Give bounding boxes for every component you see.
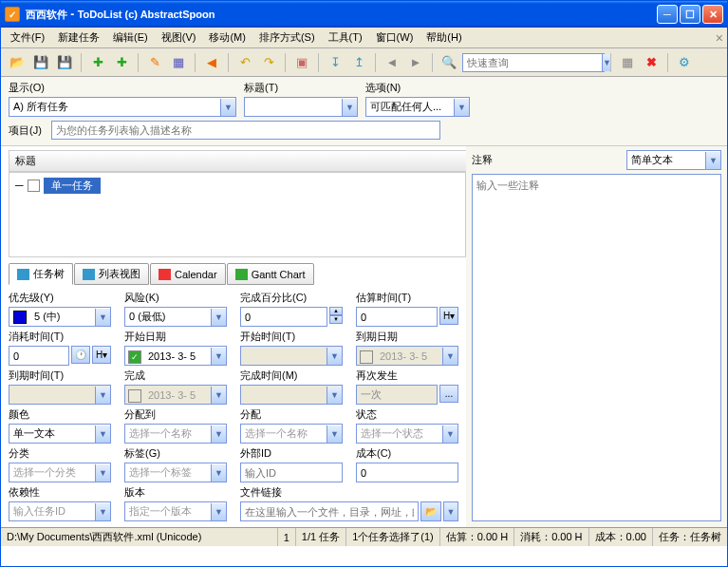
notes-label: 注释	[472, 153, 493, 167]
tab-calendar[interactable]: Calendar	[150, 263, 226, 285]
tree-icon	[17, 269, 29, 280]
color-combo[interactable]: 单一文本▼	[9, 424, 111, 444]
quick-search-input[interactable]	[463, 57, 602, 68]
status-view: 任务：任务树	[652, 528, 727, 546]
expand-icon[interactable]: ─	[15, 179, 24, 192]
donedate-picker[interactable]: 2013- 3- 5▼	[124, 385, 227, 405]
title-bar: ✓ 西西软件 - ToDoList (c) AbstractSpoon ─ ☐ …	[1, 1, 727, 28]
timer-button[interactable]: 🕐	[71, 346, 90, 364]
category-label: 分类	[9, 446, 111, 461]
assignto-label: 分配到	[124, 407, 227, 422]
next-button[interactable]: ►	[405, 52, 426, 73]
percent-input[interactable]	[240, 307, 327, 327]
saveall-button[interactable]: 💾	[54, 52, 75, 73]
moveup-button[interactable]: ↥	[348, 52, 369, 73]
menu-sort[interactable]: 排序方式(S)	[253, 28, 321, 47]
filelink-dropdown[interactable]: ▼	[443, 501, 458, 521]
project-name-input[interactable]	[51, 121, 440, 140]
notes-textarea[interactable]	[472, 174, 721, 521]
add-subtask-button[interactable]: ✚	[111, 52, 132, 73]
extid-input[interactable]	[240, 463, 343, 482]
column-header-title[interactable]: 标题	[9, 150, 466, 172]
menu-file[interactable]: 文件(F)	[5, 28, 50, 47]
duedate-label: 到期日期	[356, 330, 458, 344]
recur-input[interactable]	[356, 385, 438, 405]
open-button[interactable]: 📂	[7, 52, 28, 73]
menu-edit[interactable]: 编辑(E)	[107, 28, 154, 47]
save-button[interactable]: 💾	[30, 52, 51, 73]
maximize-button[interactable]: ☐	[680, 5, 700, 24]
minimize-button[interactable]: ─	[657, 5, 678, 24]
redo-button[interactable]: ↷	[258, 52, 279, 73]
add-task-button[interactable]: ✚	[87, 52, 108, 73]
options-combo[interactable]: 可匹配任何人... ▼	[365, 97, 470, 117]
outdent-button[interactable]: ▣	[291, 52, 312, 73]
risk-combo[interactable]: 0 (最低)▼	[124, 307, 227, 327]
assign-combo[interactable]: 选择一个名称▼	[240, 424, 343, 444]
delete-button[interactable]: ✖	[641, 52, 662, 73]
risk-label: 风险(K)	[124, 291, 227, 305]
est-input[interactable]	[356, 307, 438, 327]
donetime-combo[interactable]: ▼	[240, 385, 343, 405]
menu-view[interactable]: 视图(V)	[156, 28, 202, 47]
priority-label: 优先级(Y)	[9, 291, 111, 305]
tags-label: 标签(G)	[124, 446, 227, 461]
browse-button[interactable]: 📂	[420, 501, 441, 521]
recur-more-button[interactable]: ...	[439, 385, 458, 403]
tags-combo[interactable]: 选择一个标签▼	[124, 463, 227, 482]
menu-move[interactable]: 移动(M)	[203, 28, 252, 47]
est-unit-button[interactable]: H▾	[439, 307, 458, 325]
mdi-close-icon[interactable]: ×	[716, 30, 723, 46]
movedown-button[interactable]: ↧	[325, 52, 345, 73]
starttime-combo[interactable]: ▼	[240, 346, 343, 366]
prev-button[interactable]: ◄	[382, 52, 402, 73]
task-row[interactable]: ─ 单一任务	[11, 177, 463, 194]
spent-input[interactable]	[9, 346, 69, 366]
display-combo[interactable]: A) 所有任务 ▼	[9, 97, 236, 117]
spinner-down[interactable]: ▼	[329, 315, 343, 324]
assign-label: 分配	[240, 407, 343, 422]
menu-help[interactable]: 帮助(H)	[420, 28, 467, 47]
chevron-down-icon[interactable]: ▼	[220, 99, 235, 116]
title-filter-combo[interactable]: ▼	[244, 97, 358, 117]
spinner-up[interactable]: ▲	[329, 307, 343, 315]
depend-combo[interactable]: 输入任务ID▼	[9, 501, 111, 521]
task-title[interactable]: 单一任务	[44, 178, 101, 194]
chevron-down-icon[interactable]: ▼	[454, 99, 469, 116]
quick-search-box[interactable]: ▼	[462, 53, 605, 72]
flag-button[interactable]: ◀	[201, 52, 222, 73]
priority-combo[interactable]: 5 (中)▼	[9, 307, 111, 327]
startdate-picker[interactable]: ✓2013- 3- 5▼	[124, 346, 227, 366]
duetime-combo[interactable]: ▼	[9, 385, 111, 405]
version-combo[interactable]: 指定一个版本▼	[124, 501, 227, 521]
tab-task-tree[interactable]: 任务树	[9, 263, 73, 285]
task-checkbox[interactable]	[28, 180, 40, 192]
recur-label: 再次发生	[356, 369, 458, 383]
task-list[interactable]: ─ 单一任务	[9, 172, 466, 257]
filelink-label: 文件链接	[240, 485, 458, 500]
tab-list-view[interactable]: 列表视图	[74, 263, 149, 285]
filelink-input[interactable]	[240, 501, 419, 521]
assignto-combo[interactable]: 选择一个名称▼	[124, 424, 227, 444]
undo-button[interactable]: ↶	[234, 52, 255, 73]
category-combo[interactable]: 选择一个分类▼	[9, 463, 111, 482]
close-button[interactable]: ✕	[702, 5, 723, 24]
chevron-down-icon[interactable]: ▼	[342, 99, 357, 116]
percent-label: 完成百分比(C)	[240, 291, 343, 305]
notes-type-combo[interactable]: 简单文本▼	[626, 150, 721, 170]
menu-tools[interactable]: 工具(T)	[323, 28, 368, 47]
settings-button[interactable]: ⚙	[674, 52, 695, 73]
duedate-picker[interactable]: 2013- 3- 5▼	[356, 346, 458, 366]
version-label: 版本	[124, 485, 227, 500]
tab-gantt[interactable]: Gantt Chart	[227, 263, 314, 285]
properties-button[interactable]: ▦	[168, 52, 189, 73]
cost-input[interactable]	[356, 463, 458, 482]
menu-newtask[interactable]: 新建任务	[52, 28, 105, 47]
filter-button[interactable]: ▦	[617, 52, 638, 73]
find-button[interactable]: 🔍	[439, 52, 459, 73]
edit-button[interactable]: ✎	[144, 52, 165, 73]
spent-unit-button[interactable]: H▾	[92, 346, 111, 364]
status-count1: 1	[277, 528, 295, 546]
menu-window[interactable]: 窗口(W)	[370, 28, 420, 47]
status-combo[interactable]: 选择一个状态▼	[356, 424, 458, 444]
